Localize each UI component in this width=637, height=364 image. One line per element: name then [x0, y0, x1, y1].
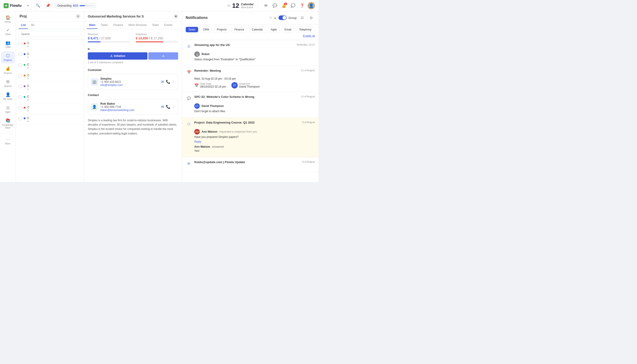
contact-more-btn[interactable]: ⋮: [172, 105, 175, 108]
chat-button[interactable]: 💬: [271, 2, 278, 9]
sidebar-item-knowledge[interactable]: 📚 Knowledge Base: [1, 116, 15, 131]
revenue-amount: $ 8,471: [88, 36, 98, 40]
contact-phone-btn[interactable]: 📞: [166, 105, 170, 109]
notifications-filter-icon[interactable]: ▽: [270, 16, 272, 20]
list-item[interactable]: Ca: [16, 114, 84, 125]
sidebar-item-projects[interactable]: ⬡ Projects: [1, 52, 15, 64]
detail-tab-tasks[interactable]: Tasks: [98, 22, 110, 29]
item-checkbox[interactable]: [19, 117, 22, 120]
notif-streaming-avatar: 🤖: [194, 52, 200, 57]
project-panel-header: Proj ✕: [16, 12, 84, 22]
mail-button[interactable]: ✉: [262, 2, 269, 9]
sidebar-item-myteam[interactable]: 👤 My Team: [1, 90, 15, 102]
detail-close-button[interactable]: ✕: [174, 14, 178, 19]
milestone-toggle[interactable]: ▶: [88, 47, 90, 50]
notif-meeting-time: 11 of August: [301, 69, 315, 72]
milestone-bar-next[interactable]: ⚠: [148, 52, 178, 60]
sidebar: 🏠 Home ✓ Tasks 👥 CRM ⬡ Projects 💰 Financ…: [0, 12, 16, 182]
notifications-panel: Notifications ▽ ▲ Group ☑ ⚙ Tasks CRM Pr…: [182, 12, 318, 182]
list-item[interactable]: Ca: [16, 72, 84, 82]
item-checkbox[interactable]: [19, 53, 22, 56]
filter-email-btn[interactable]: Email: [282, 26, 294, 32]
item-checkbox[interactable]: [19, 74, 22, 77]
notif-data-eng-title: Project: Data Engineering Course: Q1 202…: [194, 121, 300, 124]
filter-telephony-btn[interactable]: Telephony: [296, 26, 314, 32]
notif-spc32-avatar: DT: [194, 103, 200, 109]
help-button[interactable]: ❓: [298, 2, 306, 9]
notif-streaming-body: 🤖 Robot Status changed from "Evaluation"…: [186, 52, 315, 61]
sidebar-item-agile[interactable]: ◎ Agile: [1, 103, 15, 115]
notifications-collapse-icon[interactable]: ▲: [274, 16, 277, 20]
search-button[interactable]: 🔍: [34, 2, 42, 9]
list-item[interactable]: Ca: [16, 104, 84, 114]
list-item[interactable]: Ca: [16, 39, 84, 50]
calendar-info: Calendar New Event: [241, 2, 254, 9]
sidebar-item-more[interactable]: ⋯ More: [1, 135, 15, 147]
notifications-settings-btn[interactable]: ⚙: [308, 14, 315, 22]
notifications-check-btn[interactable]: ☑: [298, 14, 306, 22]
filter-finance-btn[interactable]: Finance: [231, 26, 247, 32]
project-tab-board[interactable]: Bo: [29, 22, 37, 29]
list-item[interactable]: Cp: [16, 93, 84, 104]
add-button[interactable]: +: [24, 2, 32, 9]
sidebar-item-home[interactable]: 🏠 Home: [1, 13, 15, 25]
reply-link[interactable]: Reply: [194, 140, 201, 143]
expenses-total: $ 17,250: [151, 36, 163, 40]
project-list: Ca Ca Cp Ca: [16, 39, 84, 182]
sidebar-item-finance[interactable]: 💰 Finance: [1, 64, 15, 76]
list-item[interactable]: Ca: [16, 82, 84, 93]
customer-phone-btn[interactable]: 📞: [166, 80, 170, 84]
calendar-sub: New Event: [241, 6, 254, 9]
projects-icon: ⬡: [6, 53, 10, 58]
detail-tab-events[interactable]: Events: [162, 22, 175, 29]
detail-tab-finance[interactable]: Finance: [111, 22, 125, 29]
sidebar-item-spaces[interactable]: ⊞ Spaces: [1, 77, 15, 90]
item-checkbox[interactable]: [19, 96, 22, 99]
customer-email-btn[interactable]: ✉: [161, 80, 164, 84]
detail-tab-work-structure[interactable]: Work Structure: [126, 22, 149, 29]
item-checkbox[interactable]: [19, 106, 22, 110]
milestone-bar-initiation[interactable]: ⚠ Initiation: [88, 52, 148, 60]
list-item[interactable]: Cp: [16, 61, 84, 72]
item-checkbox[interactable]: [19, 64, 22, 67]
sidebar-item-tasks[interactable]: ✓ Tasks: [1, 26, 15, 38]
onboarding-pill[interactable]: Onboarding 5/13: [54, 3, 96, 8]
filter-projects-btn[interactable]: Projects: [214, 26, 230, 32]
search-icon: 🔍: [36, 4, 40, 8]
pin-button[interactable]: 📌: [44, 2, 52, 9]
notifications-button[interactable]: 🔔 9: [280, 2, 288, 9]
customer-more-btn[interactable]: ⋮: [172, 80, 175, 84]
filter-agile-btn[interactable]: Agile: [268, 26, 280, 32]
contact-card-row: 👤 Rob Baker +1 900-589-7744 baker@texasm…: [91, 102, 175, 112]
contact-email-btn[interactable]: ✉: [161, 105, 164, 109]
project-tab-list[interactable]: List: [19, 22, 28, 29]
sidebar-item-myteam-label: My Team: [3, 98, 12, 100]
list-item[interactable]: Ca: [16, 50, 84, 61]
project-search-input[interactable]: [19, 31, 81, 37]
customer-icon: 🏢: [91, 78, 98, 86]
user-avatar[interactable]: 👤: [308, 2, 315, 9]
organizer-label: Organizer: [239, 82, 260, 85]
item-checkbox[interactable]: [19, 42, 22, 45]
filter-crm-btn[interactable]: CRM: [200, 26, 212, 32]
contact-email[interactable]: baker@texasmarketing.com: [100, 108, 159, 112]
notif-data-eng-user: Ann Watson: [202, 130, 218, 133]
item-content: Ca: [27, 84, 29, 90]
messages-button[interactable]: 💭: [290, 2, 297, 9]
myteam-icon: 👤: [6, 92, 10, 97]
item-checkbox[interactable]: [19, 85, 22, 88]
filter-tasks-btn[interactable]: Tasks: [186, 27, 198, 32]
enable-all-link[interactable]: Enable all: [303, 34, 315, 38]
sidebar-item-crm[interactable]: 👥 CRM: [1, 38, 15, 50]
customer-email[interactable]: info@simplex.com: [100, 84, 159, 87]
detail-tab-team[interactable]: Team: [150, 22, 161, 29]
item-color: [24, 74, 26, 76]
project-panel-close[interactable]: ✕: [76, 14, 80, 19]
organizer-name: David Thompson: [239, 85, 260, 88]
detail-tab-main[interactable]: Main: [87, 22, 98, 29]
item-content: Cp: [27, 63, 29, 69]
group-toggle-switch[interactable]: [278, 16, 287, 20]
expenses-progress-fill: [136, 42, 163, 42]
expenses-amount: $ 10,850: [136, 36, 148, 40]
filter-calendar-btn[interactable]: Calendar: [249, 26, 266, 32]
